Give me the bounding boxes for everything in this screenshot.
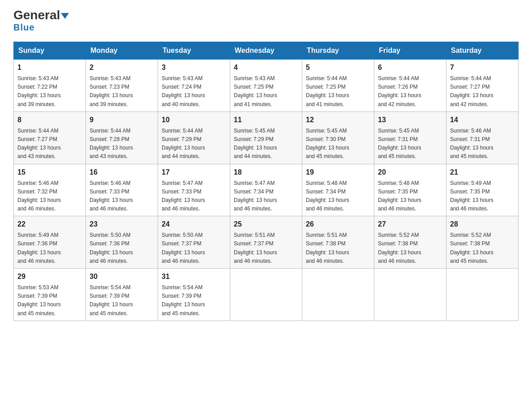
calendar-cell: 29 Sunrise: 5:53 AMSunset: 7:39 PMDaylig… xyxy=(14,269,86,321)
day-info: Sunrise: 5:46 AMSunset: 7:32 PMDaylight:… xyxy=(17,179,82,214)
calendar-cell: 30 Sunrise: 5:54 AMSunset: 7:39 PMDaylig… xyxy=(86,269,158,321)
day-info: Sunrise: 5:52 AMSunset: 7:38 PMDaylight:… xyxy=(378,231,442,265)
calendar-cell: 7 Sunrise: 5:44 AMSunset: 7:27 PMDayligh… xyxy=(446,60,519,112)
weekday-header-sunday: Sunday xyxy=(14,42,86,60)
day-number: 3 xyxy=(162,62,226,73)
calendar-cell xyxy=(446,269,519,321)
day-number: 12 xyxy=(306,115,370,125)
day-number: 25 xyxy=(234,219,298,230)
day-info: Sunrise: 5:48 AMSunset: 7:35 PMDaylight:… xyxy=(378,179,442,214)
calendar-cell: 15 Sunrise: 5:46 AMSunset: 7:32 PMDaylig… xyxy=(14,164,86,216)
calendar-cell xyxy=(374,269,446,321)
day-number: 26 xyxy=(306,219,370,230)
calendar-cell: 16 Sunrise: 5:46 AMSunset: 7:33 PMDaylig… xyxy=(86,164,158,216)
calendar-cell: 31 Sunrise: 5:54 AMSunset: 7:39 PMDaylig… xyxy=(158,269,230,321)
logo-blue: Blue xyxy=(13,22,34,33)
day-info: Sunrise: 5:44 AMSunset: 7:27 PMDaylight:… xyxy=(17,127,82,161)
day-number: 20 xyxy=(378,167,442,178)
calendar-week-row: 29 Sunrise: 5:53 AMSunset: 7:39 PMDaylig… xyxy=(14,269,519,321)
day-number: 22 xyxy=(17,219,82,230)
day-number: 18 xyxy=(234,167,298,178)
day-info: Sunrise: 5:50 AMSunset: 7:36 PMDaylight:… xyxy=(90,231,154,265)
day-info: Sunrise: 5:44 AMSunset: 7:26 PMDaylight:… xyxy=(378,74,442,109)
day-number: 6 xyxy=(378,62,442,73)
day-number: 1 xyxy=(17,62,82,73)
day-info: Sunrise: 5:45 AMSunset: 7:30 PMDaylight:… xyxy=(306,127,370,161)
calendar-week-row: 15 Sunrise: 5:46 AMSunset: 7:32 PMDaylig… xyxy=(14,164,519,216)
day-info: Sunrise: 5:45 AMSunset: 7:31 PMDaylight:… xyxy=(378,127,442,161)
calendar-cell: 1 Sunrise: 5:43 AMSunset: 7:22 PMDayligh… xyxy=(14,60,86,112)
weekday-header-row: SundayMondayTuesdayWednesdayThursdayFrid… xyxy=(14,42,519,60)
day-number: 17 xyxy=(162,167,226,178)
calendar-cell: 8 Sunrise: 5:44 AMSunset: 7:27 PMDayligh… xyxy=(14,111,86,164)
calendar-cell: 10 Sunrise: 5:44 AMSunset: 7:29 PMDaylig… xyxy=(158,111,230,164)
day-number: 9 xyxy=(90,115,154,125)
day-info: Sunrise: 5:48 AMSunset: 7:34 PMDaylight:… xyxy=(306,179,370,214)
calendar-cell: 27 Sunrise: 5:52 AMSunset: 7:38 PMDaylig… xyxy=(374,216,446,269)
calendar-cell: 12 Sunrise: 5:45 AMSunset: 7:30 PMDaylig… xyxy=(302,111,374,164)
weekday-header-tuesday: Tuesday xyxy=(158,42,230,60)
day-info: Sunrise: 5:54 AMSunset: 7:39 PMDaylight:… xyxy=(162,283,226,318)
calendar-cell: 17 Sunrise: 5:47 AMSunset: 7:33 PMDaylig… xyxy=(158,164,230,216)
calendar-cell: 23 Sunrise: 5:50 AMSunset: 7:36 PMDaylig… xyxy=(86,216,158,269)
calendar-cell: 2 Sunrise: 5:43 AMSunset: 7:23 PMDayligh… xyxy=(86,60,158,112)
calendar-cell: 6 Sunrise: 5:44 AMSunset: 7:26 PMDayligh… xyxy=(374,60,446,112)
calendar-cell: 21 Sunrise: 5:49 AMSunset: 7:35 PMDaylig… xyxy=(446,164,519,216)
day-number: 8 xyxy=(17,115,82,125)
day-info: Sunrise: 5:52 AMSunset: 7:38 PMDaylight:… xyxy=(450,231,515,265)
logo-text: General xyxy=(13,9,69,21)
logo-general: General xyxy=(13,8,60,22)
day-number: 7 xyxy=(450,62,515,73)
weekday-header-saturday: Saturday xyxy=(446,42,519,60)
day-info: Sunrise: 5:43 AMSunset: 7:23 PMDaylight:… xyxy=(90,74,154,109)
day-number: 31 xyxy=(162,271,226,282)
calendar-cell: 28 Sunrise: 5:52 AMSunset: 7:38 PMDaylig… xyxy=(446,216,519,269)
day-info: Sunrise: 5:47 AMSunset: 7:33 PMDaylight:… xyxy=(162,179,226,214)
day-number: 2 xyxy=(90,62,154,73)
day-info: Sunrise: 5:50 AMSunset: 7:37 PMDaylight:… xyxy=(162,231,226,265)
weekday-header-monday: Monday xyxy=(86,42,158,60)
weekday-header-friday: Friday xyxy=(374,42,446,60)
calendar-cell: 24 Sunrise: 5:50 AMSunset: 7:37 PMDaylig… xyxy=(158,216,230,269)
day-number: 28 xyxy=(450,219,515,230)
day-number: 13 xyxy=(378,115,442,125)
day-info: Sunrise: 5:44 AMSunset: 7:27 PMDaylight:… xyxy=(450,74,515,109)
header: General Blue xyxy=(13,9,519,33)
day-info: Sunrise: 5:53 AMSunset: 7:39 PMDaylight:… xyxy=(17,283,82,318)
day-number: 27 xyxy=(378,219,442,230)
day-number: 4 xyxy=(234,62,298,73)
calendar-cell: 14 Sunrise: 5:46 AMSunset: 7:31 PMDaylig… xyxy=(446,111,519,164)
day-info: Sunrise: 5:46 AMSunset: 7:31 PMDaylight:… xyxy=(450,127,515,161)
day-number: 21 xyxy=(450,167,515,178)
day-number: 16 xyxy=(90,167,154,178)
day-number: 24 xyxy=(162,219,226,230)
calendar-cell: 25 Sunrise: 5:51 AMSunset: 7:37 PMDaylig… xyxy=(230,216,302,269)
day-number: 10 xyxy=(162,115,226,125)
calendar-cell: 13 Sunrise: 5:45 AMSunset: 7:31 PMDaylig… xyxy=(374,111,446,164)
calendar-cell: 4 Sunrise: 5:43 AMSunset: 7:25 PMDayligh… xyxy=(230,60,302,112)
logo: General Blue xyxy=(13,9,69,33)
calendar-table: SundayMondayTuesdayWednesdayThursdayFrid… xyxy=(13,42,519,321)
day-number: 5 xyxy=(306,62,370,73)
day-info: Sunrise: 5:49 AMSunset: 7:35 PMDaylight:… xyxy=(450,179,515,214)
calendar-week-row: 8 Sunrise: 5:44 AMSunset: 7:27 PMDayligh… xyxy=(14,111,519,164)
calendar-cell: 3 Sunrise: 5:43 AMSunset: 7:24 PMDayligh… xyxy=(158,60,230,112)
day-number: 15 xyxy=(17,167,82,178)
calendar-cell: 9 Sunrise: 5:44 AMSunset: 7:28 PMDayligh… xyxy=(86,111,158,164)
day-info: Sunrise: 5:44 AMSunset: 7:29 PMDaylight:… xyxy=(162,127,226,161)
day-number: 11 xyxy=(234,115,298,125)
day-number: 30 xyxy=(90,271,154,282)
calendar-cell: 11 Sunrise: 5:45 AMSunset: 7:29 PMDaylig… xyxy=(230,111,302,164)
calendar-cell: 22 Sunrise: 5:49 AMSunset: 7:36 PMDaylig… xyxy=(14,216,86,269)
day-number: 14 xyxy=(450,115,515,125)
day-number: 29 xyxy=(17,271,82,282)
weekday-header-wednesday: Wednesday xyxy=(230,42,302,60)
weekday-header-thursday: Thursday xyxy=(302,42,374,60)
calendar-cell: 26 Sunrise: 5:51 AMSunset: 7:38 PMDaylig… xyxy=(302,216,374,269)
day-info: Sunrise: 5:44 AMSunset: 7:28 PMDaylight:… xyxy=(90,127,154,161)
calendar-cell xyxy=(302,269,374,321)
day-info: Sunrise: 5:43 AMSunset: 7:24 PMDaylight:… xyxy=(162,74,226,109)
calendar-cell: 5 Sunrise: 5:44 AMSunset: 7:25 PMDayligh… xyxy=(302,60,374,112)
day-info: Sunrise: 5:43 AMSunset: 7:25 PMDaylight:… xyxy=(234,74,298,109)
day-info: Sunrise: 5:49 AMSunset: 7:36 PMDaylight:… xyxy=(17,231,82,265)
